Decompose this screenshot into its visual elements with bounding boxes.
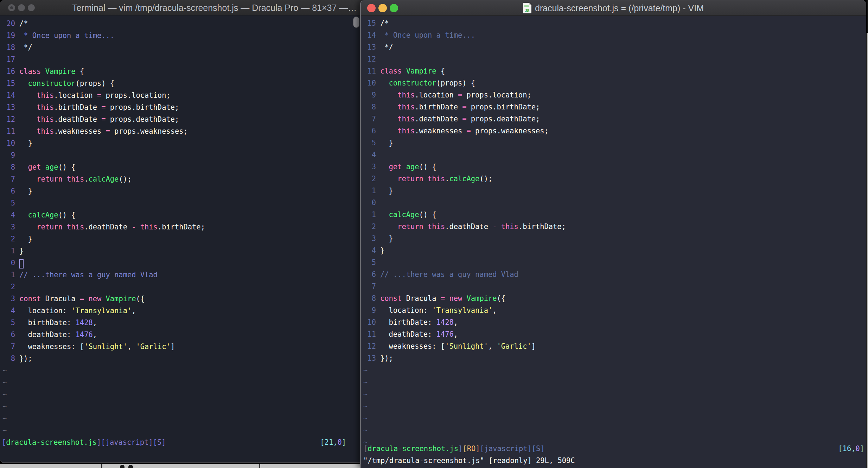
line-number: 0 [361, 197, 376, 209]
line-number: 6 [0, 185, 15, 197]
code-line: 6 this.weaknesses = props.weaknesses; [361, 125, 866, 137]
line-number: 2 [0, 281, 15, 293]
line-number: 20 [0, 18, 15, 30]
line-number: 16 [0, 65, 15, 77]
code-line: 5 [361, 257, 866, 268]
code-line: 19 * Once upon a time... [0, 30, 362, 42]
code-line: 3 get age() { [361, 161, 866, 173]
minimize-button[interactable] [18, 4, 25, 11]
line-number: 15 [361, 17, 376, 29]
line-number: 8 [361, 101, 376, 113]
empty-line-tilde: ~ [361, 388, 866, 400]
code-line: 8 this.birthDate = props.birthDate; [361, 101, 866, 113]
line-number: 6 [361, 125, 376, 137]
line-number: 18 [0, 42, 15, 53]
line-number: 5 [361, 257, 376, 268]
line-number: 8 [0, 161, 15, 173]
line-number: 13 [361, 352, 376, 364]
code-line: 15 constructor(props) { [0, 77, 362, 89]
code-line: 5 birthDate: 1428, [0, 317, 362, 329]
empty-line-tilde: ~ [0, 377, 362, 388]
close-button[interactable] [8, 4, 15, 11]
code-line: 10 } [0, 137, 362, 149]
line-number: 3 [0, 221, 15, 233]
code-line: 8}); [0, 353, 362, 365]
code-line: 13 this.birthDate = props.birthDate; [0, 101, 362, 113]
code-line: 13}); [361, 352, 866, 364]
code-line: 6// ...there was a guy named Vlad [361, 268, 866, 280]
line-number: 2 [361, 221, 376, 233]
empty-line-tilde: ~ [361, 424, 866, 436]
macvim-titlebar[interactable]: JS dracula-screenshot.js = (/private/tmp… [361, 0, 866, 16]
code-line: 1// ...there was a guy named Vlad [0, 269, 362, 281]
line-number: 2 [361, 173, 376, 185]
line-number: 13 [361, 41, 376, 53]
window-title: dracula-screenshot.js = (/private/tmp) -… [535, 3, 704, 13]
code-line: 9 location: 'Transylvania', [361, 304, 866, 316]
line-number: 7 [0, 173, 15, 185]
close-dot-icon [10, 6, 13, 9]
line-number: 7 [361, 113, 376, 125]
line-number: 8 [361, 292, 376, 304]
code-line: 11 deathDate: 1476, [361, 328, 866, 340]
line-number: 9 [361, 304, 376, 316]
code-line: 7 weaknesses: ['Sunlight', 'Garlic'] [0, 341, 362, 353]
line-number: 7 [0, 341, 15, 353]
code-line: 12 weaknesses: ['Sunlight', 'Garlic'] [361, 340, 866, 352]
code-line: 4 calcAge() { [0, 209, 362, 221]
line-number: 17 [0, 53, 15, 65]
code-line: 6 deathDate: 1476, [0, 329, 362, 341]
code-line: 14 * Once upon a time... [361, 29, 866, 41]
line-number: 14 [361, 29, 376, 41]
line-number: 1 [361, 209, 376, 221]
line-number: 5 [0, 317, 15, 329]
code-line: 3 } [361, 233, 866, 245]
code-line: 8const Dracula = new Vampire({ [361, 292, 866, 304]
zoom-button[interactable] [28, 4, 35, 11]
line-number: 12 [361, 53, 376, 65]
line-number: 11 [0, 125, 15, 137]
macvim-window: JS dracula-screenshot.js = (/private/tmp… [360, 0, 866, 468]
line-number: 10 [0, 137, 15, 149]
line-number: 1 [0, 245, 15, 257]
vim-command-line: "/tmp/dracula-screenshot.js" [readonly] … [361, 455, 866, 467]
empty-line-tilde: ~ [361, 412, 866, 424]
code-line: 2 return this.calcAge(); [361, 173, 866, 185]
line-number: 4 [361, 245, 376, 257]
vim-buffer[interactable]: 15/*14 * Once upon a time...13 */1211cla… [361, 17, 866, 448]
vim-buffer[interactable]: 20/*19 * Once upon a time...18 */1716cla… [0, 18, 362, 436]
code-line: 1} [0, 245, 362, 257]
code-line: 20/* [0, 18, 362, 30]
line-number: 12 [0, 113, 15, 125]
window-title: Terminal — vim /tmp/dracula-screenshot.j… [72, 0, 357, 15]
line-number: 10 [361, 316, 376, 328]
line-number: 11 [361, 328, 376, 340]
line-number: 6 [361, 268, 376, 280]
code-line: 4 location: 'Transylvania', [0, 305, 362, 317]
code-line: 1 calcAge() { [361, 209, 866, 221]
vim-statusline: [dracula-screenshot.js][javascript][S][2… [0, 436, 362, 448]
line-number: 19 [0, 30, 15, 42]
line-number: 4 [361, 149, 376, 161]
line-number: 11 [361, 65, 376, 77]
code-line: 0 [361, 197, 866, 209]
line-number: 5 [361, 137, 376, 149]
desktop-background-strip [0, 464, 360, 468]
line-number: 14 [0, 89, 15, 101]
code-line: 9 [0, 149, 362, 161]
code-line: 15/* [361, 17, 866, 29]
line-number: 2 [0, 233, 15, 245]
cursor-block [19, 259, 24, 268]
line-number: 15 [0, 77, 15, 89]
terminal-titlebar[interactable]: Terminal — vim /tmp/dracula-screenshot.j… [0, 0, 362, 15]
code-line: 11class Vampire { [361, 65, 866, 77]
code-line: 18 */ [0, 42, 362, 53]
terminal-window: Terminal — vim /tmp/dracula-screenshot.j… [0, 0, 362, 463]
code-line: 13 */ [361, 41, 866, 53]
code-line: 0 [0, 257, 362, 269]
code-line: 12 [361, 53, 866, 65]
code-line: 3 return this.deathDate - this.birthDate… [0, 221, 362, 233]
empty-line-tilde: ~ [0, 388, 362, 400]
line-number: 5 [0, 197, 15, 209]
line-number: 0 [0, 257, 15, 269]
